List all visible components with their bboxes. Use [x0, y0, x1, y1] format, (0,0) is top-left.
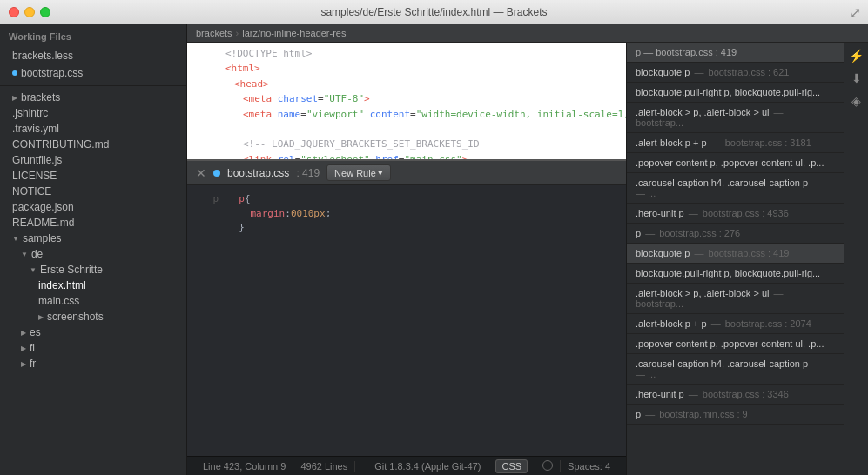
new-rule-button[interactable]: New Rule ▾	[326, 164, 391, 181]
triangle-open-icon: ▼	[30, 266, 37, 274]
css-rule-item[interactable]: .popover-content p, .popover-content ul,…	[627, 153, 844, 173]
code-editor[interactable]: p p { margin: 0 0 10px; }	[187, 185, 626, 456]
css-rule-item[interactable]: p — bootstrap.min.css : 9	[627, 405, 844, 425]
tree-item-fi[interactable]: ▶fi	[0, 340, 186, 356]
status-lines: 4962 Lines	[293, 461, 355, 472]
main-layout: Working Files brackets.less bootstrap.cs…	[0, 24, 868, 475]
close-button[interactable]	[9, 7, 19, 17]
tree-item-travis[interactable]: .travis.yml	[0, 121, 186, 137]
inline-editor-bar: ✕ bootstrap.css : 419 New Rule ▾	[187, 160, 626, 185]
sidebar: Working Files brackets.less bootstrap.cs…	[0, 24, 187, 475]
breadcrumb: brackets › larz/no-inline-header-res	[187, 24, 868, 43]
triangle-icon: ▶	[21, 360, 26, 368]
tree-item-main-css[interactable]: main.css	[0, 293, 186, 309]
tree-item-screenshots[interactable]: ▶screenshots	[0, 309, 186, 324]
tree-item-es[interactable]: ▶es	[0, 324, 186, 340]
breadcrumb-part-2: larz/no-inline-header-res	[242, 28, 346, 38]
triangle-open-icon: ▼	[21, 251, 28, 258]
triangle-open-icon: ▼	[12, 235, 19, 243]
resize-icon: ⤢	[850, 4, 861, 21]
file-name: brackets.less	[12, 50, 73, 62]
triangle-icon: ▶	[38, 313, 44, 321]
tree-item-samples[interactable]: ▼samples	[0, 231, 186, 246]
tree-item-contributing[interactable]: CONTRIBUTING.md	[0, 137, 186, 152]
tree-item-license[interactable]: LICENSE	[0, 168, 186, 184]
css-panel-header: p — bootstrap.css : 419	[627, 43, 844, 63]
tree-item-brackets[interactable]: ▶brackets	[0, 90, 186, 105]
css-quick-editor-panel: p — bootstrap.css : 419 blockquote p — b…	[626, 43, 844, 475]
css-rule-item[interactable]: .hero-unit p — bootstrap.css : 4936	[627, 204, 844, 224]
status-bar: Line 423, Column 9 4962 Lines Git 1.8.3.…	[187, 456, 626, 475]
editor-area: <!DOCTYPE html> <html> <head> <meta char…	[187, 43, 626, 475]
status-spaces: Spaces: 4	[561, 461, 617, 472]
sidebar-file-bootstrap-css[interactable]: bootstrap.css	[0, 64, 186, 82]
triangle-icon: ▶	[21, 345, 26, 352]
tree-item-jshintrc[interactable]: .jshintrc	[0, 105, 186, 121]
css-rule-item[interactable]: blockquote p — bootstrap.css : 419	[627, 244, 844, 264]
live-preview-circle[interactable]	[542, 460, 553, 471]
status-git: Git 1.8.3.4 (Apple Git-47)	[367, 461, 488, 472]
sidebar-file-brackets-less[interactable]: brackets.less	[0, 47, 186, 64]
maximize-button[interactable]	[40, 7, 50, 17]
html-preview-pane: <!DOCTYPE html> <html> <head> <meta char…	[187, 43, 626, 160]
css-rule-item[interactable]: .carousel-caption h4, .carousel-caption …	[627, 354, 844, 385]
lang-badge[interactable]: CSS	[495, 459, 528, 473]
editor-main: brackets › larz/no-inline-header-res <!D…	[187, 24, 868, 475]
content-row: <!DOCTYPE html> <html> <head> <meta char…	[187, 43, 868, 475]
window-controls	[9, 7, 50, 17]
tree-item-gruntfile[interactable]: Gruntfile.js	[0, 152, 186, 168]
tree-item-package[interactable]: package.json	[0, 199, 186, 215]
close-inline-editor-button[interactable]: ✕	[196, 166, 206, 180]
triangle-icon: ▶	[21, 329, 26, 337]
window-title: samples/de/Erste Schritte/index.html — B…	[320, 6, 547, 18]
css-rule-item[interactable]: .alert-block p + p — bootstrap.css : 207…	[627, 314, 844, 334]
tree-item-fr[interactable]: ▶fr	[0, 356, 186, 371]
css-rule-item[interactable]: .hero-unit p — bootstrap.css : 3346	[627, 385, 844, 405]
tree-item-index-html[interactable]: index.html	[0, 278, 186, 293]
css-rule-item[interactable]: .popover-content p, .popover-content ul,…	[627, 334, 844, 354]
status-line-col: Line 423, Column 9	[196, 461, 293, 472]
tree-item-erste-schritte[interactable]: ▼Erste Schritte	[0, 262, 186, 278]
divider	[0, 85, 186, 86]
css-rule-item[interactable]: blockquote p — bootstrap.css : 621	[627, 63, 844, 83]
extension-icon[interactable]: ⬇	[847, 69, 866, 88]
file-name: bootstrap.css	[21, 67, 83, 79]
breadcrumb-part-1: brackets	[196, 28, 232, 38]
modified-dot	[213, 170, 220, 177]
modified-dot	[12, 70, 17, 76]
breadcrumb-sep: ›	[236, 28, 239, 38]
css-rule-item[interactable]: .alert-block > p, .alert-block > ul — bo…	[627, 103, 844, 133]
css-rule-list: blockquote p — bootstrap.css : 621 block…	[627, 63, 844, 475]
quick-edit-icon[interactable]: ◈	[847, 91, 866, 110]
triangle-icon: ▶	[12, 94, 17, 102]
css-rule-item[interactable]: blockquote.pull-right p, blockquote.pull…	[627, 83, 844, 103]
css-rule-item[interactable]: .alert-block p + p — bootstrap.css : 318…	[627, 133, 844, 153]
inline-editor-line: : 419	[296, 167, 320, 179]
status-lang: CSS	[488, 461, 535, 472]
status-live-preview	[535, 460, 561, 472]
titlebar: samples/de/Erste Schritte/index.html — B…	[0, 0, 868, 24]
new-rule-arrow: ▾	[378, 167, 383, 178]
new-rule-label: New Rule	[334, 168, 376, 178]
css-rule-item[interactable]: .alert-block > p, .alert-block > ul — bo…	[627, 284, 844, 314]
tree-item-notice[interactable]: NOTICE	[0, 184, 186, 199]
live-preview-icon[interactable]: ⚡	[847, 46, 866, 65]
tree-item-readme[interactable]: README.md	[0, 215, 186, 231]
working-files-label: Working Files	[0, 24, 186, 47]
css-rule-item[interactable]: blockquote.pull-right p, blockquote.pull…	[627, 264, 844, 284]
inline-editor-filename: bootstrap.css	[227, 167, 289, 179]
css-rule-item[interactable]: p — bootstrap.css : 276	[627, 224, 844, 244]
tree-item-de[interactable]: ▼de	[0, 246, 186, 262]
right-sidebar: ⚡ ⬇ ◈	[844, 43, 868, 475]
css-rule-item[interactable]: .carousel-caption h4, .carousel-caption …	[627, 173, 844, 204]
minimize-button[interactable]	[24, 7, 35, 17]
